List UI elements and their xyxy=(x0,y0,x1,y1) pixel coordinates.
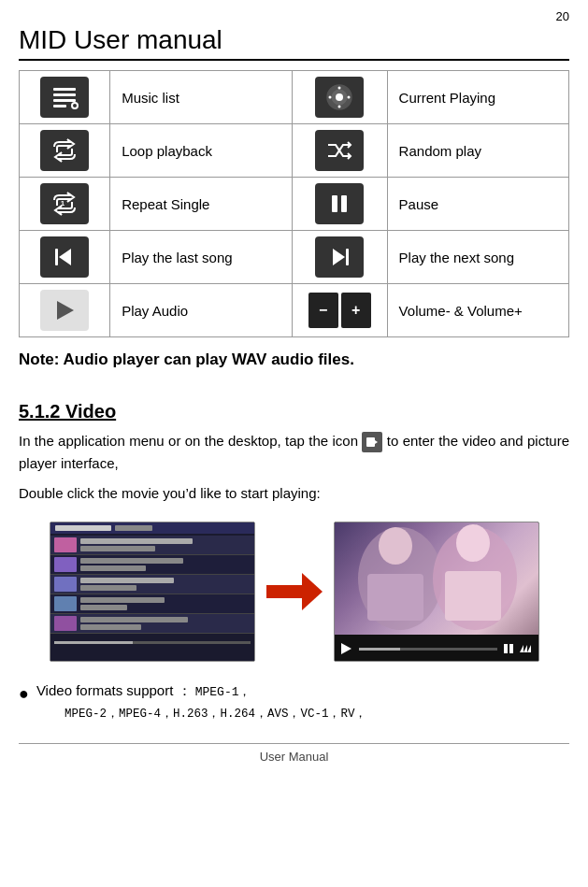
controls-table: Music list Current Playing xyxy=(19,70,569,337)
loop-playback-icon-cell xyxy=(20,124,110,178)
section-512-paragraph1: In the application menu or on the deskto… xyxy=(19,430,569,475)
images-section xyxy=(19,522,569,662)
table-row: Music list Current Playing xyxy=(20,71,569,124)
play-next-icon xyxy=(315,236,364,278)
volume-label: Volume- & Volume+ xyxy=(387,284,568,337)
random-play-label: Random play xyxy=(387,124,568,178)
table-row: Play Audio − + Volume- & Volume+ xyxy=(20,284,569,337)
pause-icon xyxy=(315,183,364,224)
svg-marker-36 xyxy=(527,645,531,652)
loop-playback-label: Loop playback xyxy=(110,124,292,178)
repeat-single-icon: 1 xyxy=(40,183,89,224)
repeat-single-icon-cell: 1 xyxy=(20,178,110,231)
volume-icon: − + xyxy=(308,293,371,328)
repeat-single-label: Repeat Single xyxy=(110,178,292,231)
svg-rect-30 xyxy=(445,571,501,621)
svg-rect-2 xyxy=(53,99,76,102)
volume-icon-cell: − + xyxy=(292,284,387,337)
svg-point-27 xyxy=(379,527,412,565)
music-list-icon-cell xyxy=(20,71,110,124)
table-row: Loop playback Random play xyxy=(20,124,569,178)
file-list-screenshot xyxy=(50,522,255,662)
pause-label: Pause xyxy=(387,178,568,231)
svg-marker-17 xyxy=(59,249,71,265)
svg-marker-19 xyxy=(333,249,345,265)
svg-rect-32 xyxy=(504,644,508,653)
pause-icon-cell xyxy=(292,178,387,231)
svg-rect-21 xyxy=(366,437,375,447)
svg-marker-31 xyxy=(341,643,351,654)
random-play-icon-cell xyxy=(292,124,387,178)
transition-arrow xyxy=(266,568,323,615)
svg-rect-15 xyxy=(341,195,347,212)
bullet-1-text: Video formats support ： MPEG-1， xyxy=(36,682,251,698)
current-playing-icon xyxy=(315,77,364,118)
music-list-icon xyxy=(40,77,89,118)
current-playing-label: Current Playing xyxy=(387,71,568,124)
svg-rect-29 xyxy=(367,574,423,621)
para1-text: In the application menu or on the deskto… xyxy=(19,433,358,449)
svg-text:1: 1 xyxy=(61,199,65,207)
page-number: 20 xyxy=(19,9,569,23)
svg-point-5 xyxy=(73,104,77,107)
svg-point-9 xyxy=(338,87,341,90)
svg-rect-0 xyxy=(53,88,76,91)
svg-marker-20 xyxy=(57,301,74,320)
footer-label: User Manual xyxy=(260,750,329,764)
video-playing-screenshot xyxy=(334,522,539,662)
svg-rect-16 xyxy=(55,249,58,265)
play-last-icon-cell xyxy=(20,231,110,284)
video-app-icon xyxy=(362,432,382,452)
page-title: MID User manual xyxy=(19,25,569,61)
loop-playback-icon xyxy=(40,130,89,171)
bullet-item-1: ● Video formats support ： MPEG-1， MPEG-2… xyxy=(19,679,569,724)
play-audio-icon-cell xyxy=(20,284,110,337)
table-row: Play the last song Play the next song xyxy=(20,231,569,284)
table-row: 1 Repeat Single Pause xyxy=(20,178,569,231)
footer: User Manual xyxy=(19,743,569,764)
svg-point-12 xyxy=(348,96,351,99)
volume-minus-icon: − xyxy=(308,293,338,328)
play-audio-label: Play Audio xyxy=(110,284,292,337)
svg-rect-33 xyxy=(509,644,513,653)
play-next-label: Play the next song xyxy=(387,231,568,284)
note-text: Note: Audio player can play WAV audio fi… xyxy=(19,351,569,369)
play-last-icon xyxy=(40,236,89,278)
section-512-title: 5.1.2 Video xyxy=(19,401,569,422)
bullet-1-formats: MPEG-2，MPEG-4，H.263，H.264，AVS，VC-1，RV， xyxy=(65,705,367,724)
svg-point-10 xyxy=(338,106,341,108)
video-controls-bar xyxy=(335,635,538,662)
svg-point-8 xyxy=(336,93,343,101)
svg-marker-34 xyxy=(520,645,523,652)
play-next-icon-cell xyxy=(292,231,387,284)
svg-marker-24 xyxy=(302,573,323,610)
svg-marker-22 xyxy=(375,440,378,444)
play-audio-icon xyxy=(40,290,89,331)
bullet-dot-1: ● xyxy=(19,680,29,708)
bullet-section: ● Video formats support ： MPEG-1， MPEG-2… xyxy=(19,679,569,724)
svg-point-28 xyxy=(456,524,490,562)
svg-rect-14 xyxy=(332,195,337,212)
random-play-icon xyxy=(315,130,364,171)
section-512-paragraph2: Double click the movie you’d like to sta… xyxy=(19,482,569,505)
svg-rect-3 xyxy=(53,105,66,107)
music-list-label: Music list xyxy=(110,71,292,124)
svg-point-11 xyxy=(329,96,332,99)
svg-marker-35 xyxy=(523,645,527,652)
current-playing-icon-cell xyxy=(292,71,387,124)
svg-rect-18 xyxy=(346,249,349,265)
svg-rect-1 xyxy=(53,93,76,96)
svg-rect-23 xyxy=(266,585,302,598)
volume-plus-icon: + xyxy=(341,293,371,328)
play-last-label: Play the last song xyxy=(110,231,292,284)
